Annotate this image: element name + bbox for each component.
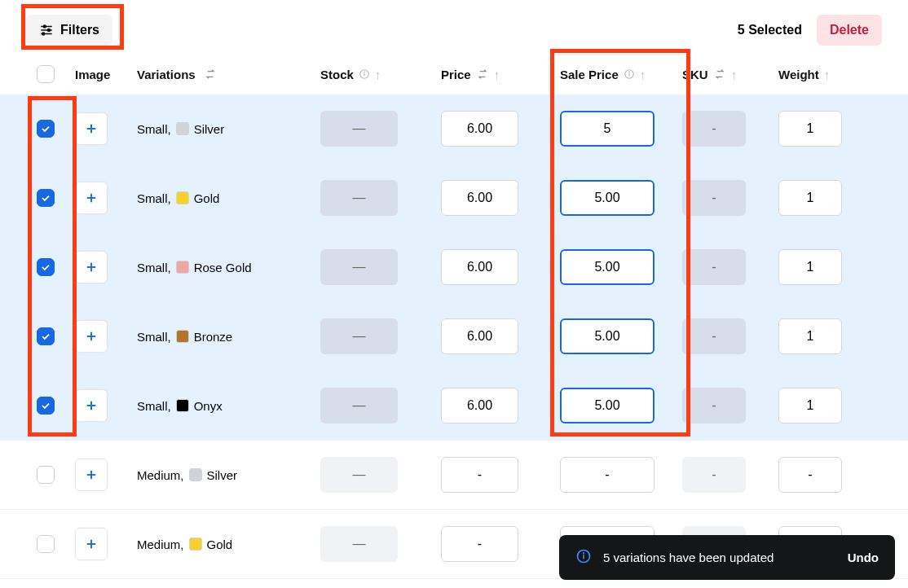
add-image-button[interactable] bbox=[75, 182, 108, 214]
sku-input[interactable] bbox=[682, 111, 746, 147]
svg-point-11 bbox=[628, 72, 629, 72]
weight-input[interactable] bbox=[778, 249, 842, 285]
add-image-button[interactable] bbox=[75, 320, 108, 353]
delete-button[interactable]: Delete bbox=[817, 15, 882, 46]
add-image-button[interactable] bbox=[75, 112, 108, 145]
color-swatch bbox=[189, 538, 202, 551]
column-sku[interactable]: SKU ↑ bbox=[682, 68, 778, 81]
color-swatch bbox=[176, 191, 189, 204]
sku-input[interactable] bbox=[682, 318, 746, 354]
variation-label: Small,Onyx bbox=[137, 399, 223, 413]
info-icon bbox=[359, 68, 370, 80]
variation-label: Small,Bronze bbox=[137, 330, 232, 344]
sku-input[interactable] bbox=[682, 180, 746, 216]
row-checkbox[interactable] bbox=[37, 189, 55, 207]
info-icon bbox=[575, 548, 592, 567]
svg-point-5 bbox=[42, 33, 45, 35]
sort-icon: ↑ bbox=[494, 68, 500, 81]
column-image: Image bbox=[75, 68, 137, 81]
undo-button[interactable]: Undo bbox=[848, 551, 879, 564]
table-row: Small,Gold bbox=[0, 164, 908, 233]
variations-table: Image Variations Stock ↑ Price ↑ Sale Pr… bbox=[0, 54, 908, 579]
color-swatch bbox=[176, 330, 189, 343]
selected-count: 5 Selected bbox=[738, 23, 802, 37]
add-image-button[interactable] bbox=[75, 251, 108, 283]
variation-label: Medium,Gold bbox=[137, 538, 232, 551]
filters-icon bbox=[39, 23, 54, 37]
svg-point-1 bbox=[43, 25, 46, 28]
table-header-row: Image Variations Stock ↑ Price ↑ Sale Pr… bbox=[0, 54, 908, 94]
variation-label: Small,Gold bbox=[137, 191, 219, 205]
color-swatch bbox=[176, 261, 189, 274]
color-swatch bbox=[176, 399, 189, 412]
column-weight[interactable]: Weight ↑ bbox=[778, 68, 876, 81]
sale-price-input[interactable] bbox=[560, 318, 655, 354]
svg-point-3 bbox=[48, 29, 51, 32]
row-checkbox[interactable] bbox=[37, 258, 55, 276]
filters-label: Filters bbox=[60, 23, 99, 37]
sale-price-input[interactable] bbox=[560, 180, 655, 216]
row-checkbox[interactable] bbox=[37, 120, 55, 138]
table-row: Small,Bronze bbox=[0, 302, 908, 371]
table-row: Small,Rose Gold bbox=[0, 233, 908, 302]
stock-input[interactable] bbox=[320, 457, 398, 493]
weight-input[interactable] bbox=[778, 180, 842, 216]
add-image-button[interactable] bbox=[75, 528, 108, 560]
sale-price-input[interactable] bbox=[560, 457, 655, 493]
weight-input[interactable] bbox=[778, 111, 842, 147]
weight-input[interactable] bbox=[778, 457, 842, 493]
sku-input[interactable] bbox=[682, 388, 746, 423]
stock-input[interactable] bbox=[320, 388, 398, 423]
row-checkbox[interactable] bbox=[37, 535, 55, 553]
color-swatch bbox=[189, 468, 202, 481]
stock-input[interactable] bbox=[320, 526, 398, 562]
price-input[interactable] bbox=[441, 318, 518, 354]
sku-input[interactable] bbox=[682, 457, 746, 493]
column-sale-price[interactable]: Sale Price ↑ bbox=[560, 68, 682, 81]
swap-icon bbox=[476, 68, 489, 81]
toolbar: Filters 5 Selected Delete bbox=[0, 0, 908, 54]
sort-icon: ↑ bbox=[731, 68, 738, 81]
sale-price-input[interactable] bbox=[560, 249, 655, 285]
row-checkbox[interactable] bbox=[37, 397, 55, 415]
sort-icon: ↑ bbox=[375, 68, 381, 81]
weight-input[interactable] bbox=[778, 318, 842, 354]
variation-label: Small,Silver bbox=[137, 122, 224, 136]
column-variations[interactable]: Variations bbox=[137, 68, 320, 81]
add-image-button[interactable] bbox=[75, 389, 108, 422]
info-icon bbox=[624, 68, 635, 80]
price-input[interactable] bbox=[441, 526, 518, 562]
toast-notification: 5 variations have been updated Undo bbox=[559, 535, 895, 580]
sort-icon: ↑ bbox=[824, 68, 831, 81]
toast-message: 5 variations have been updated bbox=[603, 551, 774, 564]
column-price[interactable]: Price ↑ bbox=[441, 68, 560, 81]
sku-input[interactable] bbox=[682, 249, 746, 285]
stock-input[interactable] bbox=[320, 180, 398, 216]
variation-label: Small,Rose Gold bbox=[137, 261, 252, 274]
price-input[interactable] bbox=[441, 111, 518, 147]
weight-input[interactable] bbox=[778, 388, 842, 423]
sale-price-input[interactable] bbox=[560, 111, 655, 147]
swap-icon bbox=[713, 68, 726, 81]
column-stock[interactable]: Stock ↑ bbox=[320, 68, 441, 81]
swap-icon bbox=[204, 68, 217, 81]
price-input[interactable] bbox=[441, 249, 518, 285]
sale-price-input[interactable] bbox=[560, 388, 655, 423]
sort-icon: ↑ bbox=[640, 68, 646, 81]
row-checkbox[interactable] bbox=[37, 327, 55, 345]
add-image-button[interactable] bbox=[75, 459, 108, 491]
table-row: Medium,Silver bbox=[0, 441, 908, 510]
price-input[interactable] bbox=[441, 457, 518, 493]
color-swatch bbox=[176, 122, 189, 135]
price-input[interactable] bbox=[441, 388, 518, 423]
row-checkbox[interactable] bbox=[37, 466, 55, 484]
stock-input[interactable] bbox=[320, 111, 398, 147]
select-all-checkbox[interactable] bbox=[37, 65, 55, 83]
svg-point-8 bbox=[364, 72, 365, 72]
filters-button[interactable]: Filters bbox=[26, 15, 112, 46]
table-row: Small,Onyx bbox=[0, 371, 908, 441]
variation-label: Medium,Silver bbox=[137, 468, 237, 482]
stock-input[interactable] bbox=[320, 249, 398, 285]
stock-input[interactable] bbox=[320, 318, 398, 354]
price-input[interactable] bbox=[441, 180, 518, 216]
